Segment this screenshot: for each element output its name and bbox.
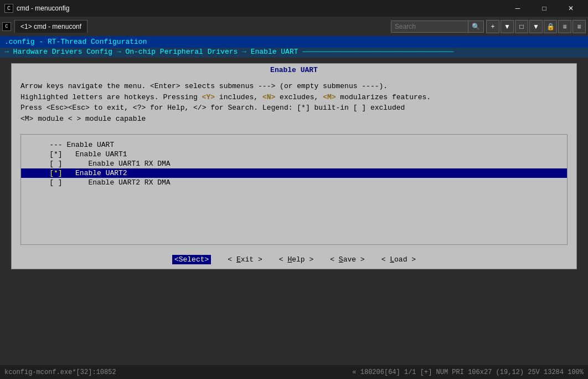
status-right: « 180206[64] 1/1 [+] NUM PRI 106x27 (19,…: [352, 368, 584, 376]
title-bar-controls: ─ □ ✕: [505, 0, 584, 17]
menu-item-uart1[interactable]: [*] Enable UART1: [21, 150, 567, 159]
maximize-button[interactable]: □: [532, 0, 557, 17]
menu2-icon-button[interactable]: ≡: [572, 20, 586, 33]
breadcrumb-arrow-1: →: [4, 48, 13, 56]
menu1-icon-button[interactable]: ≡: [558, 20, 571, 33]
add-icon-button[interactable]: +: [486, 20, 499, 33]
help-button[interactable]: < Help >: [279, 255, 313, 264]
breadcrumb-item-3: Enable UART: [251, 48, 298, 56]
help-line-4: <M> module < > module capable: [20, 114, 568, 125]
layout-icon-button[interactable]: □: [515, 20, 528, 33]
breadcrumb-path: → Hardware Drivers Config → On-chip Peri…: [0, 48, 588, 58]
exit-button[interactable]: < Exit >: [228, 255, 262, 264]
main-content: .config - RT-Thread Configuration → Hard…: [0, 36, 588, 365]
load-button[interactable]: < Load >: [381, 255, 416, 264]
search-button[interactable]: 🔍: [468, 21, 484, 33]
status-left: kconfig-mconf.exe*[32]:10852: [4, 368, 116, 376]
menu-box: --- Enable UART [*] Enable UART1 [ ] Ena…: [20, 134, 568, 245]
dialog-help: Arrow keys navigate the menu. <Enter> se…: [12, 76, 576, 129]
breadcrumb-item-2: On-chip Peripheral Drivers: [125, 48, 238, 56]
search-input[interactable]: [391, 21, 468, 33]
bottom-bar: <Select> < Exit > < Help > < Save > < Lo…: [12, 250, 576, 269]
select-button[interactable]: <Select>: [172, 255, 211, 264]
breadcrumb-root: .config - RT-Thread Configuration: [4, 38, 147, 46]
breadcrumb-bar: .config - RT-Thread Configuration: [0, 36, 588, 48]
tab-bar: C <1> cmd - menuconf 🔍 + ▼ □ ▼ 🔒 ≡ ≡: [0, 17, 588, 36]
app-icon: C: [4, 4, 13, 13]
breadcrumb-item-1: Hardware Drivers Config: [13, 48, 112, 56]
menu-item-uart2dma[interactable]: [ ] Enable UART2 RX DMA: [21, 178, 567, 187]
status-bar: kconfig-mconf.exe*[32]:10852 « 180206[64…: [0, 365, 588, 379]
minimize-button[interactable]: ─: [505, 0, 530, 17]
help-line-3: Press <Esc><Esc> to exit, <?> for Help, …: [20, 103, 568, 114]
title-bar: C cmd - menuconfig ─ □ ✕: [0, 0, 588, 17]
dropdown-icon-button[interactable]: ▼: [501, 20, 514, 33]
menu-item-header: --- Enable UART: [21, 140, 567, 150]
help-line-2: Highlighted letters are hotkeys. Pressin…: [20, 92, 568, 103]
save-button[interactable]: < Save >: [330, 255, 364, 264]
title-bar-text: cmd - menuconfig: [17, 4, 69, 12]
tab-icon: C: [2, 22, 11, 31]
toolbar-icons: + ▼ □ ▼ 🔒 ≡ ≡: [486, 20, 586, 33]
dialog-container: Enable UART Arrow keys navigate the menu…: [0, 58, 588, 365]
tab-label-text: <1> cmd - menuconf: [20, 23, 81, 30]
menu-item-uart1dma[interactable]: [ ] Enable UART1 RX DMA: [21, 159, 567, 168]
dialog-box: Enable UART Arrow keys navigate the menu…: [11, 63, 577, 269]
menu-item-uart2[interactable]: [*] Enable UART2: [21, 168, 567, 178]
tab-label[interactable]: <1> cmd - menuconf: [14, 20, 87, 33]
title-bar-left: C cmd - menuconfig: [4, 4, 69, 13]
dialog-title: Enable UART: [12, 64, 576, 76]
help-line-1: Arrow keys navigate the menu. <Enter> se…: [20, 81, 568, 92]
close-button[interactable]: ✕: [558, 0, 584, 17]
lock-icon-button[interactable]: 🔒: [544, 20, 557, 33]
layout2-icon-button[interactable]: ▼: [529, 20, 543, 33]
search-box: 🔍 + ▼ □ ▼ 🔒 ≡ ≡: [391, 20, 586, 33]
